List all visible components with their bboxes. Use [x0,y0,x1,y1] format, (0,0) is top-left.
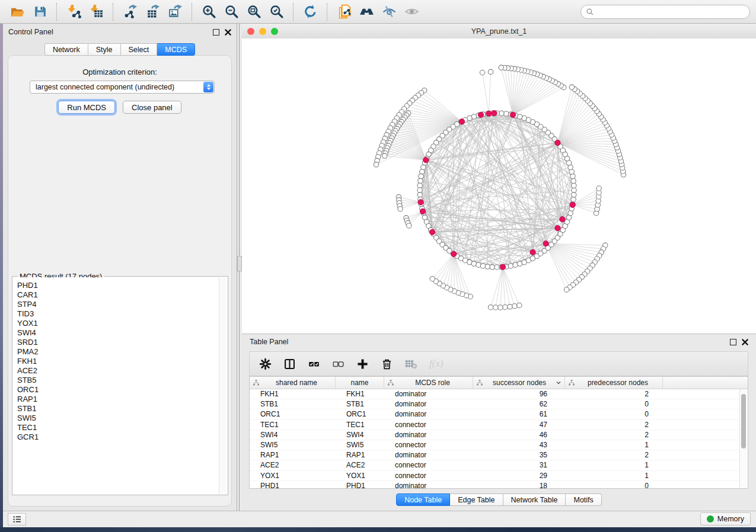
hide-graphics-details-button[interactable] [379,3,398,21]
graph-node[interactable] [512,304,517,309]
graph-hub-node[interactable] [555,140,560,145]
graph-hub-node[interactable] [459,119,464,124]
mcds-result-item[interactable]: ACE2 [17,366,219,376]
graph-node[interactable] [398,207,403,211]
mcds-result-item[interactable]: SWI4 [17,328,219,338]
criterion-select[interactable]: largest connected component (undirected) [30,81,215,94]
panel-splitter[interactable] [237,24,242,511]
graph-hub-node[interactable] [429,229,435,235]
run-mcds-button[interactable]: Run MCDS [58,101,115,114]
graph-node[interactable] [564,287,569,292]
graph-hub-node[interactable] [418,200,423,205]
tab-node-table[interactable]: Node Table [396,493,450,506]
graph-node[interactable] [382,153,387,158]
sort-chevron-icon[interactable] [556,380,562,386]
column-header-shared-name[interactable]: shared name [250,377,336,389]
graph-node[interactable] [571,178,576,183]
table-row[interactable]: SWI5SWI5connector431 [250,440,748,450]
mcds-result-item[interactable]: PHD1 [17,281,219,290]
graph-node[interactable] [572,188,576,193]
graph-node[interactable] [417,193,422,197]
graph-hub-node[interactable] [560,217,565,222]
mcds-result-item[interactable]: RAP1 [17,395,219,404]
graph-node[interactable] [490,265,495,270]
tab-style[interactable]: Style [88,43,121,56]
share-document-button[interactable] [334,3,353,21]
tab-network[interactable]: Network [44,43,88,56]
network-canvas[interactable] [242,39,756,334]
tab-network-table[interactable]: Network Table [503,493,566,506]
close-panel-icon[interactable] [225,29,231,36]
mcds-result-item[interactable]: STB1 [17,404,219,414]
mcds-result-item[interactable]: TEC1 [17,423,219,432]
float-window-icon[interactable] [213,29,219,36]
column-header-MCDS-role[interactable]: MCDS role [384,377,473,389]
zoom-out-button[interactable] [222,3,241,21]
import-network-button[interactable] [64,3,83,21]
graph-node[interactable] [480,70,484,75]
graph-node[interactable] [508,305,512,309]
graph-hub-node[interactable] [500,264,505,270]
graph-node[interactable] [485,264,490,269]
tab-mcds[interactable]: MCDS [157,43,195,56]
table-row[interactable]: STB1STB1dominator620 [250,399,748,409]
graph-hub-node[interactable] [555,226,560,231]
open-file-button[interactable] [8,3,27,21]
mcds-result-item[interactable]: ORC1 [17,385,219,395]
table-scrollbar[interactable] [739,389,747,488]
graph-node[interactable] [488,305,493,310]
mcds-result-item[interactable]: STP4 [17,300,219,309]
zoom-selected-button[interactable] [267,3,286,21]
mcds-result-item[interactable]: PMA2 [17,347,219,357]
show-panels-button[interactable] [8,513,26,525]
column-header-successor-nodes[interactable]: successor nodes [473,377,565,389]
graph-node[interactable] [417,183,422,188]
delete-row-button[interactable] [381,358,393,370]
graph-hub-node[interactable] [510,112,515,117]
tab-select[interactable]: Select [121,43,158,56]
zoom-in-button[interactable] [199,3,218,21]
show-graphics-details-button[interactable] [402,3,421,21]
import-table-button[interactable] [87,3,106,21]
graph-node[interactable] [495,265,499,270]
graph-node[interactable] [418,178,423,183]
export-image-button[interactable] [165,3,184,21]
mcds-result-item[interactable]: GCR1 [17,432,219,442]
column-header-predecessor-nodes[interactable]: predecessor nodes [565,377,663,389]
search-network-button[interactable] [357,3,376,21]
settings-button[interactable] [259,358,272,370]
graph-node[interactable] [499,65,503,70]
deselect-all-button[interactable] [332,358,344,370]
graph-hub-node[interactable] [451,251,457,257]
graph-node[interactable] [572,183,576,188]
column-view-button[interactable] [283,358,296,370]
graph-node[interactable] [508,264,513,268]
graph-node[interactable] [569,85,574,89]
export-network-button[interactable] [120,3,139,21]
table-row[interactable]: ORC1ORC1dominator610 [250,409,748,419]
mcds-result-item[interactable]: YOX1 [17,319,219,328]
close-panel-button[interactable]: Close panel [123,101,181,114]
graph-node[interactable] [570,174,575,178]
graph-hub-node[interactable] [530,249,535,255]
table-row[interactable]: SWI4SWI4dominator462 [250,430,748,440]
mcds-result-item[interactable]: SWI5 [17,414,219,423]
export-table-button[interactable] [143,3,162,21]
search-box[interactable] [580,5,750,19]
table-row[interactable]: YOX1YOX1connector291 [250,471,748,481]
tab-motifs[interactable]: Motifs [566,493,601,506]
memory-button[interactable]: Memory [700,512,751,525]
column-header-name[interactable]: name [336,377,384,389]
graph-hub-node[interactable] [492,111,497,116]
close-panel-icon[interactable] [742,339,748,345]
graph-hub-node[interactable] [478,112,483,117]
graph-node[interactable] [480,264,485,268]
float-window-icon[interactable] [730,339,736,345]
graph-node[interactable] [476,262,481,267]
table-row[interactable]: PHD1PHD1dominator180 [250,481,748,489]
graph-node[interactable] [498,305,503,310]
add-row-button[interactable] [356,358,369,370]
mcds-result-item[interactable]: FKH1 [17,357,219,366]
graph-hub-node[interactable] [570,202,575,207]
graph-node[interactable] [596,186,601,191]
